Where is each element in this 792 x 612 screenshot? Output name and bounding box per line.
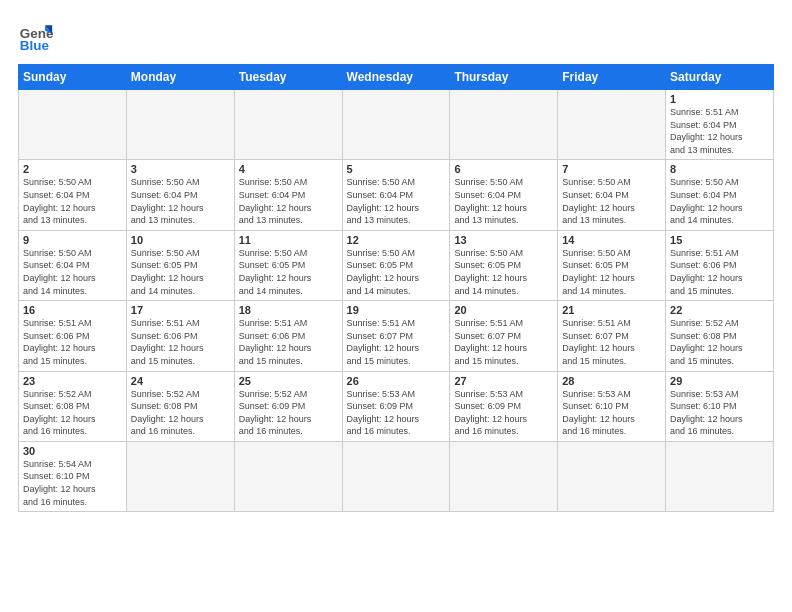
day-number: 17 (131, 304, 230, 316)
day-info: Sunrise: 5:50 AM Sunset: 6:04 PM Dayligh… (23, 247, 122, 297)
day-number: 5 (347, 163, 446, 175)
day-info: Sunrise: 5:52 AM Sunset: 6:08 PM Dayligh… (670, 317, 769, 367)
day-cell-11: 11Sunrise: 5:50 AM Sunset: 6:05 PM Dayli… (234, 230, 342, 300)
day-number: 12 (347, 234, 446, 246)
day-cell-26: 26Sunrise: 5:53 AM Sunset: 6:09 PM Dayli… (342, 371, 450, 441)
day-cell-1: 1Sunrise: 5:51 AM Sunset: 6:04 PM Daylig… (666, 90, 774, 160)
empty-cell (450, 90, 558, 160)
day-info: Sunrise: 5:50 AM Sunset: 6:05 PM Dayligh… (454, 247, 553, 297)
calendar-row-0: 1Sunrise: 5:51 AM Sunset: 6:04 PM Daylig… (19, 90, 774, 160)
day-info: Sunrise: 5:50 AM Sunset: 6:04 PM Dayligh… (670, 176, 769, 226)
day-number: 18 (239, 304, 338, 316)
header: General Blue (18, 18, 774, 54)
day-cell-7: 7Sunrise: 5:50 AM Sunset: 6:04 PM Daylig… (558, 160, 666, 230)
day-cell-30: 30Sunrise: 5:54 AM Sunset: 6:10 PM Dayli… (19, 441, 127, 511)
day-number: 9 (23, 234, 122, 246)
day-cell-16: 16Sunrise: 5:51 AM Sunset: 6:06 PM Dayli… (19, 301, 127, 371)
day-number: 6 (454, 163, 553, 175)
day-info: Sunrise: 5:50 AM Sunset: 6:04 PM Dayligh… (347, 176, 446, 226)
day-cell-18: 18Sunrise: 5:51 AM Sunset: 6:06 PM Dayli… (234, 301, 342, 371)
day-cell-9: 9Sunrise: 5:50 AM Sunset: 6:04 PM Daylig… (19, 230, 127, 300)
weekday-header-sunday: Sunday (19, 65, 127, 90)
logo-icon: General Blue (18, 18, 54, 54)
day-number: 25 (239, 375, 338, 387)
empty-cell (342, 90, 450, 160)
weekday-header-monday: Monday (126, 65, 234, 90)
weekday-header-tuesday: Tuesday (234, 65, 342, 90)
day-info: Sunrise: 5:54 AM Sunset: 6:10 PM Dayligh… (23, 458, 122, 508)
calendar-row-5: 30Sunrise: 5:54 AM Sunset: 6:10 PM Dayli… (19, 441, 774, 511)
day-cell-27: 27Sunrise: 5:53 AM Sunset: 6:09 PM Dayli… (450, 371, 558, 441)
weekday-header-row: SundayMondayTuesdayWednesdayThursdayFrid… (19, 65, 774, 90)
day-number: 30 (23, 445, 122, 457)
empty-cell (19, 90, 127, 160)
day-number: 20 (454, 304, 553, 316)
calendar-row-2: 9Sunrise: 5:50 AM Sunset: 6:04 PM Daylig… (19, 230, 774, 300)
day-cell-14: 14Sunrise: 5:50 AM Sunset: 6:05 PM Dayli… (558, 230, 666, 300)
day-number: 21 (562, 304, 661, 316)
empty-cell (558, 90, 666, 160)
day-info: Sunrise: 5:51 AM Sunset: 6:06 PM Dayligh… (131, 317, 230, 367)
day-info: Sunrise: 5:53 AM Sunset: 6:09 PM Dayligh… (454, 388, 553, 438)
day-cell-2: 2Sunrise: 5:50 AM Sunset: 6:04 PM Daylig… (19, 160, 127, 230)
day-number: 3 (131, 163, 230, 175)
day-cell-10: 10Sunrise: 5:50 AM Sunset: 6:05 PM Dayli… (126, 230, 234, 300)
calendar-row-4: 23Sunrise: 5:52 AM Sunset: 6:08 PM Dayli… (19, 371, 774, 441)
day-number: 23 (23, 375, 122, 387)
empty-cell (558, 441, 666, 511)
day-number: 16 (23, 304, 122, 316)
day-number: 1 (670, 93, 769, 105)
day-number: 15 (670, 234, 769, 246)
day-number: 19 (347, 304, 446, 316)
day-number: 28 (562, 375, 661, 387)
day-cell-4: 4Sunrise: 5:50 AM Sunset: 6:04 PM Daylig… (234, 160, 342, 230)
page: General Blue SundayMondayTuesdayWednesda… (0, 0, 792, 612)
day-number: 22 (670, 304, 769, 316)
day-number: 4 (239, 163, 338, 175)
day-info: Sunrise: 5:51 AM Sunset: 6:04 PM Dayligh… (670, 106, 769, 156)
empty-cell (666, 441, 774, 511)
day-info: Sunrise: 5:52 AM Sunset: 6:09 PM Dayligh… (239, 388, 338, 438)
day-info: Sunrise: 5:51 AM Sunset: 6:06 PM Dayligh… (23, 317, 122, 367)
day-cell-8: 8Sunrise: 5:50 AM Sunset: 6:04 PM Daylig… (666, 160, 774, 230)
day-info: Sunrise: 5:51 AM Sunset: 6:07 PM Dayligh… (347, 317, 446, 367)
empty-cell (450, 441, 558, 511)
day-cell-3: 3Sunrise: 5:50 AM Sunset: 6:04 PM Daylig… (126, 160, 234, 230)
day-info: Sunrise: 5:50 AM Sunset: 6:05 PM Dayligh… (239, 247, 338, 297)
day-cell-24: 24Sunrise: 5:52 AM Sunset: 6:08 PM Dayli… (126, 371, 234, 441)
day-info: Sunrise: 5:51 AM Sunset: 6:06 PM Dayligh… (239, 317, 338, 367)
empty-cell (126, 441, 234, 511)
day-cell-28: 28Sunrise: 5:53 AM Sunset: 6:10 PM Dayli… (558, 371, 666, 441)
day-number: 13 (454, 234, 553, 246)
day-number: 14 (562, 234, 661, 246)
calendar-row-1: 2Sunrise: 5:50 AM Sunset: 6:04 PM Daylig… (19, 160, 774, 230)
weekday-header-friday: Friday (558, 65, 666, 90)
day-cell-5: 5Sunrise: 5:50 AM Sunset: 6:04 PM Daylig… (342, 160, 450, 230)
weekday-header-wednesday: Wednesday (342, 65, 450, 90)
day-cell-17: 17Sunrise: 5:51 AM Sunset: 6:06 PM Dayli… (126, 301, 234, 371)
day-cell-15: 15Sunrise: 5:51 AM Sunset: 6:06 PM Dayli… (666, 230, 774, 300)
day-cell-20: 20Sunrise: 5:51 AM Sunset: 6:07 PM Dayli… (450, 301, 558, 371)
day-info: Sunrise: 5:53 AM Sunset: 6:10 PM Dayligh… (562, 388, 661, 438)
day-info: Sunrise: 5:50 AM Sunset: 6:04 PM Dayligh… (23, 176, 122, 226)
day-info: Sunrise: 5:51 AM Sunset: 6:07 PM Dayligh… (562, 317, 661, 367)
empty-cell (234, 90, 342, 160)
day-number: 2 (23, 163, 122, 175)
day-info: Sunrise: 5:50 AM Sunset: 6:04 PM Dayligh… (562, 176, 661, 226)
day-cell-29: 29Sunrise: 5:53 AM Sunset: 6:10 PM Dayli… (666, 371, 774, 441)
calendar-row-3: 16Sunrise: 5:51 AM Sunset: 6:06 PM Dayli… (19, 301, 774, 371)
day-info: Sunrise: 5:52 AM Sunset: 6:08 PM Dayligh… (23, 388, 122, 438)
empty-cell (342, 441, 450, 511)
day-number: 24 (131, 375, 230, 387)
day-info: Sunrise: 5:50 AM Sunset: 6:04 PM Dayligh… (454, 176, 553, 226)
weekday-header-thursday: Thursday (450, 65, 558, 90)
day-info: Sunrise: 5:52 AM Sunset: 6:08 PM Dayligh… (131, 388, 230, 438)
day-info: Sunrise: 5:50 AM Sunset: 6:04 PM Dayligh… (239, 176, 338, 226)
day-cell-13: 13Sunrise: 5:50 AM Sunset: 6:05 PM Dayli… (450, 230, 558, 300)
day-info: Sunrise: 5:51 AM Sunset: 6:06 PM Dayligh… (670, 247, 769, 297)
day-info: Sunrise: 5:53 AM Sunset: 6:09 PM Dayligh… (347, 388, 446, 438)
day-cell-25: 25Sunrise: 5:52 AM Sunset: 6:09 PM Dayli… (234, 371, 342, 441)
svg-text:Blue: Blue (20, 38, 50, 53)
day-number: 8 (670, 163, 769, 175)
day-info: Sunrise: 5:53 AM Sunset: 6:10 PM Dayligh… (670, 388, 769, 438)
